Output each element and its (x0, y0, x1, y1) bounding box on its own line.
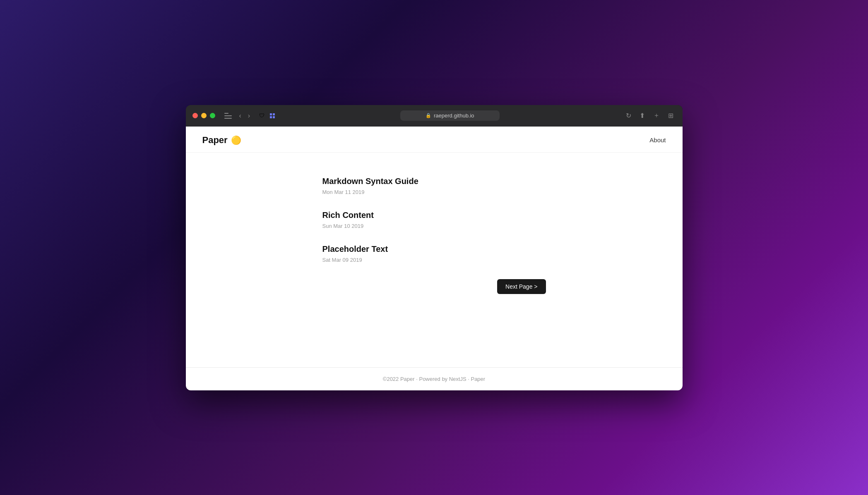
grid-view-button[interactable]: ⊞ (666, 110, 676, 121)
list-item[interactable]: Markdown Syntax Guide Mon Mar 11 2019 (322, 169, 546, 203)
page-content: Paper 🟡 About Markdown Syntax Guide Mon … (186, 127, 683, 390)
title-bar: ‹ › 🛡 🔒 raeperd.github.io ↻ ⬆ ＋ ⊞ (186, 105, 683, 127)
site-logo[interactable]: Paper 🟡 (202, 135, 241, 146)
url-text: raeperd.github.io (434, 112, 474, 119)
post-date: Sun Mar 10 2019 (322, 223, 364, 229)
post-date: Mon Mar 11 2019 (322, 189, 365, 195)
address-bar[interactable]: 🔒 raeperd.github.io (400, 110, 500, 121)
reload-button[interactable]: ↻ (623, 110, 634, 121)
address-bar-container: 🔒 raeperd.github.io (280, 110, 620, 121)
share-button[interactable]: ⬆ (637, 110, 647, 121)
site-title: Paper (202, 135, 228, 146)
site-header: Paper 🟡 About (186, 127, 683, 153)
next-page-button[interactable]: Next Page > (497, 279, 546, 294)
forward-button[interactable]: › (245, 110, 252, 121)
browser-icons: 🛡 (257, 112, 277, 120)
main-content: Markdown Syntax Guide Mon Mar 11 2019 Ri… (306, 153, 563, 367)
list-item[interactable]: Placeholder Text Sat Mar 09 2019 (322, 237, 546, 271)
site-footer: ©2022 Paper · Powered by NextJS · Paper (186, 367, 683, 390)
site-emoji: 🟡 (231, 135, 241, 145)
nav-about[interactable]: About (649, 136, 666, 143)
list-item[interactable]: Rich Content Sun Mar 10 2019 (322, 203, 546, 237)
site-nav: About (649, 136, 666, 143)
browser-window: ‹ › 🛡 🔒 raeperd.github.io ↻ ⬆ ＋ ⊞ (186, 105, 683, 390)
extensions-icon (268, 112, 277, 120)
shield-icon: 🛡 (257, 112, 266, 120)
close-button[interactable] (192, 113, 198, 118)
toolbar-right: ↻ ⬆ ＋ ⊞ (623, 110, 676, 122)
lock-icon: 🔒 (426, 113, 431, 118)
nav-buttons: ‹ › (237, 110, 253, 121)
traffic-lights (192, 113, 215, 118)
pagination: Next Page > (322, 271, 546, 311)
post-list: Markdown Syntax Guide Mon Mar 11 2019 Ri… (322, 169, 546, 271)
new-tab-button[interactable]: ＋ (651, 110, 662, 122)
sidebar-toggle-button[interactable] (224, 113, 232, 119)
maximize-button[interactable] (210, 113, 215, 118)
post-title[interactable]: Placeholder Text (322, 244, 546, 254)
footer-text: ©2022 Paper · Powered by NextJS · Paper (383, 376, 485, 382)
post-title[interactable]: Rich Content (322, 210, 546, 220)
post-date: Sat Mar 09 2019 (322, 257, 362, 263)
back-button[interactable]: ‹ (237, 110, 244, 121)
minimize-button[interactable] (201, 113, 207, 118)
post-title[interactable]: Markdown Syntax Guide (322, 177, 546, 186)
